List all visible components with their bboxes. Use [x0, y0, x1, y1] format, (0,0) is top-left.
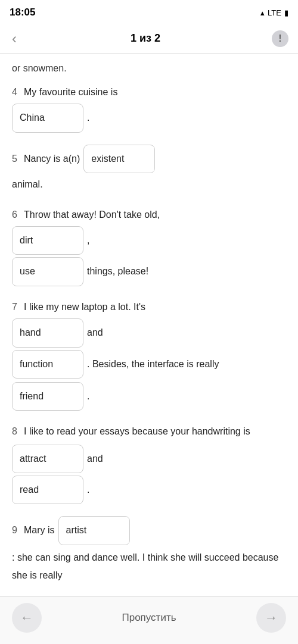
exercise-7: 7 I like my new laptop a lot. It's hand … [12, 298, 286, 411]
exercise-9-text-after-part: : she can sing and dance well. I think s… [12, 549, 286, 585]
exercise-5-num: 5 [12, 150, 20, 168]
exercise-7-dot: . [87, 387, 89, 405]
back-button[interactable]: ‹ [10, 30, 19, 47]
exercise-6-after: things, please! [87, 262, 148, 280]
exercise-7-input2-row: function . Besides, the interface is rea… [12, 350, 286, 411]
exercise-7-mid2: . Besides, the interface is really [87, 355, 219, 373]
partial-top-text: or snowmen. [12, 61, 286, 74]
exercise-8-num: 8 [12, 423, 20, 440]
exercise-4-input[interactable]: China [12, 104, 83, 132]
lte-label: LTE [268, 8, 281, 17]
exercise-4-row: 4 My favourite cuisine is [12, 83, 286, 101]
alert-icon: ! [278, 33, 281, 44]
prev-icon: ← [20, 610, 33, 626]
exercise-8: 8 I like to read your essays because you… [12, 423, 286, 504]
next-button[interactable]: → [256, 603, 286, 633]
exercise-9-input[interactable]: artist [58, 516, 130, 545]
exercise-5-input[interactable]: existent [83, 145, 155, 173]
exercise-8-mid1: and [87, 450, 103, 468]
exercise-6-num: 6 [12, 206, 20, 224]
exercise-5-text: Nancy is a(n) [24, 150, 80, 168]
prev-button[interactable]: ← [12, 603, 42, 633]
signal-icon: ▴ [260, 8, 265, 17]
exercise-6: 6 Throw that away! Don't take old, dirt … [12, 206, 286, 286]
exercise-6-text: Throw that away! Don't take old, [24, 206, 160, 224]
exercise-7-text: I like my new laptop a lot. It's [24, 298, 145, 316]
exercise-4: 4 My favourite cuisine is China . [12, 83, 286, 133]
exercise-5-row: 5 Nancy is a(n) existent [12, 145, 286, 173]
exercise-7-mid1: and [87, 324, 103, 342]
exercise-9-row: 9 Mary is artist : she can sing and danc… [12, 516, 286, 584]
exercise-7-input1-row: hand and [12, 318, 286, 347]
exercise-6-input1-row: dirt , [12, 226, 286, 255]
next-icon: → [265, 610, 278, 626]
exercise-5: 5 Nancy is a(n) existent animal. [12, 145, 286, 194]
exercise-7-input2[interactable]: function [12, 350, 83, 379]
exercise-7-num: 7 [12, 298, 20, 316]
exercise-8-text: I like to read your essays because your … [24, 423, 250, 440]
exercise-9-num: 9 [12, 521, 20, 539]
nav-bar: ‹ 1 из 2 ! [0, 24, 298, 54]
status-bar: 18:05 ▴ LTE ▮ [0, 0, 298, 24]
exercise-5-after: animal. [12, 176, 43, 193]
exercise-8-input2-row: read . [12, 476, 286, 504]
exercise-6-top-row: 6 Throw that away! Don't take old, [12, 206, 286, 224]
exercise-4-dot: . [87, 109, 89, 127]
bottom-bar: ← Пропустить → [0, 596, 298, 644]
exercise-9: 9 Mary is artist : she can sing and danc… [12, 516, 286, 584]
battery-icon: ▮ [284, 8, 288, 17]
exercise-4-num: 4 [12, 83, 20, 101]
exercise-7-top-row: 7 I like my new laptop a lot. It's [12, 298, 286, 316]
exercise-7-input1[interactable]: hand [12, 318, 83, 347]
skip-button[interactable]: Пропустить [122, 612, 176, 624]
page-title: 1 из 2 [131, 32, 160, 45]
exercise-4-input-row: China . [12, 104, 286, 132]
exercise-9-text-before: Mary is [24, 521, 55, 539]
exercise-6-input2[interactable]: use [12, 257, 83, 286]
exercise-8-input2[interactable]: read [12, 476, 83, 504]
exercise-8-top-row: 8 I like to read your essays because you… [12, 423, 286, 473]
alert-button[interactable]: ! [272, 30, 288, 47]
exercise-6-input1[interactable]: dirt [12, 226, 83, 255]
exercise-8-dot: . [87, 481, 89, 499]
exercise-4-text: My favourite cuisine is [24, 83, 117, 101]
status-time: 18:05 [10, 7, 35, 18]
content-area: or snowmen. 4 My favourite cuisine is Ch… [0, 54, 298, 596]
exercise-6-comma: , [87, 232, 89, 249]
exercise-8-input1[interactable]: attract [12, 445, 83, 473]
status-icons: ▴ LTE ▮ [260, 8, 288, 17]
exercise-7-input3[interactable]: friend [12, 382, 83, 411]
exercise-5-after-row: animal. [12, 176, 286, 193]
exercise-6-input2-row: use things, please! [12, 257, 286, 286]
